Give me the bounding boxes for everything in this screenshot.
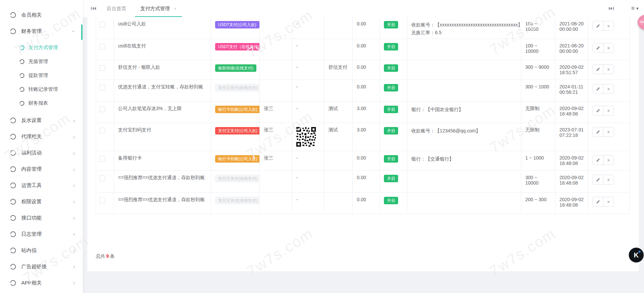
scroll-tabs-left-icon[interactable] xyxy=(89,4,98,13)
sidebar-subitem-1[interactable]: 充值管理 xyxy=(0,55,83,68)
close-icon: × xyxy=(607,158,610,163)
table-row: usdt在线支付USDT支付（在线支付)-0.00开启100 ~ 1000020… xyxy=(96,39,630,60)
sidebar-item-7[interactable]: 权限设置› xyxy=(0,193,83,210)
cell-qrcode: - xyxy=(292,102,324,123)
row-checkbox[interactable] xyxy=(99,85,105,90)
status-badge[interactable]: 开启 xyxy=(384,64,398,72)
status-badge[interactable]: 开启 xyxy=(384,106,398,113)
cell-fee: 0.00 xyxy=(353,193,380,214)
cell-person xyxy=(260,17,292,39)
sidebar-item-label: 反水设置 xyxy=(21,117,73,124)
delete-button[interactable]: × xyxy=(603,155,614,165)
delete-button[interactable]: × xyxy=(603,21,614,30)
scroll-tabs-right-icon[interactable] xyxy=(607,4,616,13)
sidebar-item-12[interactable]: APP相关› xyxy=(0,275,83,291)
sidebar-item-0[interactable]: 会员相关› xyxy=(0,7,83,23)
edit-button[interactable] xyxy=(593,106,603,115)
sidebar-item-1[interactable]: 财务管理› xyxy=(0,23,83,39)
chevron-right-icon: › xyxy=(73,166,75,173)
sidebar-subitem-4[interactable]: 财务报表 xyxy=(0,96,83,110)
delete-button[interactable]: × xyxy=(603,127,614,137)
account-line: 银行：【中国农业银行】 xyxy=(411,106,518,113)
row-checkbox[interactable] xyxy=(99,22,105,27)
cell-select xyxy=(96,123,114,151)
sidebar-item-2[interactable]: 反水设置› xyxy=(0,112,83,128)
sidebar-subitem-2[interactable]: 提款管理 xyxy=(0,68,83,82)
edit-button[interactable] xyxy=(593,21,603,30)
payment-type-badge: USDT支付(公司入款) xyxy=(215,21,259,28)
cell-limit: 100 ~ 10000 xyxy=(521,39,555,60)
cell-date: 2020-09-02 18:48:08 xyxy=(555,151,589,171)
row-checkbox[interactable] xyxy=(99,175,105,181)
edit-button[interactable] xyxy=(593,155,603,165)
sidebar-item-8[interactable]: 接口功能› xyxy=(0,210,83,226)
edit-button[interactable] xyxy=(593,65,603,74)
cell-qrcode: - xyxy=(292,39,324,60)
sidebar-item-9[interactable]: 日志管理› xyxy=(0,226,83,242)
table-row: 优选支付通道，支付宝转账，存款秒到账支付宝支付(在线支付)-0.00开启300 … xyxy=(96,80,630,102)
sidebar-item-label: 财务管理 xyxy=(21,28,73,35)
status-badge[interactable]: 开启 xyxy=(384,43,398,50)
delete-button[interactable]: × xyxy=(603,43,614,53)
status-badge[interactable]: 开启 xyxy=(384,155,398,163)
status-badge[interactable]: 开启 xyxy=(384,175,398,182)
delete-button[interactable]: × xyxy=(603,65,614,74)
close-icon: × xyxy=(607,199,610,205)
sidebar-item-5[interactable]: 内容管理› xyxy=(0,161,83,177)
status-badge[interactable]: 开启 xyxy=(384,197,398,204)
row-checkbox[interactable] xyxy=(99,106,105,112)
sidebar: 会员相关›财务管理›支付方式管理充值管理提款管理转账记录管理财务报表反水设置›代… xyxy=(0,0,83,293)
edit-button[interactable] xyxy=(593,175,603,184)
sidebar-item-11[interactable]: 广告超链接› xyxy=(0,258,83,275)
cell-status: 开启 xyxy=(380,123,407,151)
row-actions-group: × xyxy=(593,155,614,165)
edit-button[interactable] xyxy=(593,127,603,137)
tab-payment-methods[interactable]: 支付方式管理× xyxy=(135,0,182,17)
cell-actions: × xyxy=(589,171,630,193)
row-checkbox[interactable] xyxy=(99,197,105,203)
row-checkbox[interactable] xyxy=(99,128,105,133)
circle-icon xyxy=(10,215,16,221)
sidebar-item-3[interactable]: 代理相关› xyxy=(0,128,83,145)
edit-button[interactable] xyxy=(593,84,603,93)
cell-type: 支付宝支付(公司入款) xyxy=(211,123,260,151)
sidebar-item-10[interactable]: 站内信› xyxy=(0,242,83,258)
sidebar-subitem-0[interactable]: 支付方式管理 xyxy=(0,41,83,55)
status-badge[interactable]: 开启 xyxy=(384,21,398,28)
status-badge[interactable]: 开启 xyxy=(384,84,398,91)
cell-fee: 0.00 xyxy=(353,17,380,39)
circle-icon xyxy=(10,134,16,140)
row-checkbox[interactable] xyxy=(99,65,105,71)
tab-close-icon[interactable]: × xyxy=(174,6,177,11)
sidebar-scrollbar-thumb[interactable] xyxy=(81,24,83,40)
status-badge[interactable]: 开启 xyxy=(384,127,398,134)
tab-home[interactable]: 后台首页 xyxy=(101,0,132,17)
sidebar-item-label: 接口功能 xyxy=(21,215,73,221)
edit-button[interactable] xyxy=(593,43,603,53)
k-floating-button[interactable]: K xyxy=(629,248,644,263)
edit-button[interactable] xyxy=(593,197,603,206)
sidebar-subitem-label: 充值管理 xyxy=(28,58,48,65)
delete-button[interactable]: × xyxy=(603,197,614,206)
sidebar-item-6[interactable]: 运营工具› xyxy=(0,177,83,193)
tab-options-menu[interactable]: ≡▼ xyxy=(631,5,639,12)
row-checkbox[interactable] xyxy=(99,44,105,49)
cell-status: 开启 xyxy=(380,151,407,171)
circle-icon xyxy=(10,231,16,237)
row-checkbox[interactable] xyxy=(99,156,105,162)
table-row: 备用银行卡银行卡转账(公司入款)张三-0.00开启银行：【交通银行】1 ~ 10… xyxy=(96,151,630,171)
cell-select xyxy=(96,17,114,39)
row-actions-group: × xyxy=(593,197,614,207)
cell-account: 银行：【中国农业银行】 xyxy=(407,102,521,123)
close-icon: × xyxy=(607,108,610,113)
chevron-right-icon: › xyxy=(73,279,75,287)
delete-button[interactable]: × xyxy=(603,106,614,115)
main-area: 后台首页 支付方式管理× ≡▼ usdt公司入款USDT支 xyxy=(83,0,644,293)
sidebar-item-4[interactable]: 福利活动› xyxy=(0,145,83,161)
k-label: K xyxy=(634,251,639,259)
cell-actions: × xyxy=(589,193,630,214)
delete-button[interactable]: × xyxy=(603,84,614,93)
sidebar-subitem-3[interactable]: 转账记录管理 xyxy=(0,82,83,96)
cell-name: 支付宝扫码支付 xyxy=(114,123,211,151)
delete-button[interactable]: × xyxy=(603,175,614,184)
